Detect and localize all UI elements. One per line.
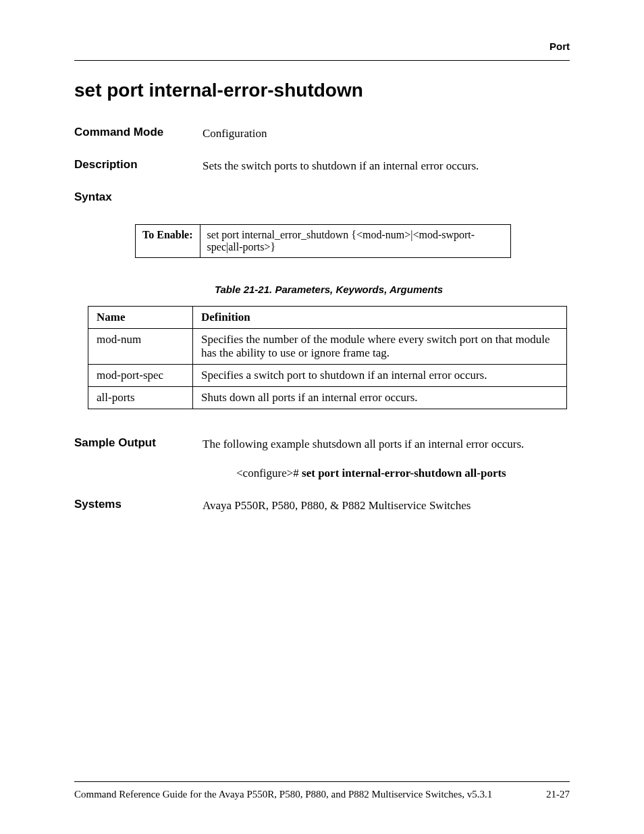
command-mode-label: Command Mode	[74, 126, 203, 139]
sample-prompt: <configure>#	[236, 467, 302, 479]
table-row: all-ports Shuts down all ports if an int…	[88, 386, 567, 409]
sample-command-bold: set port internal-error-shutdown all-por…	[302, 467, 506, 479]
syntax-table: To Enable: set port internal_error_shutd…	[135, 224, 511, 258]
footer-right: 21-27	[546, 789, 570, 800]
sample-output-label: Sample Output	[74, 436, 203, 450]
page-title: set port internal-error-shutdown	[74, 80, 570, 101]
param-header-name: Name	[88, 306, 193, 328]
sample-output-content: The following example shutsdown all port…	[203, 436, 570, 482]
sample-command-line: <configure># set port internal-error-shu…	[236, 465, 570, 481]
command-mode-row: Command Mode Configuration	[74, 126, 570, 142]
footer-left: Command Reference Guide for the Avaya P5…	[74, 789, 492, 800]
systems-row: Systems Avaya P550R, P580, P880, & P882 …	[74, 498, 570, 514]
param-name: mod-num	[88, 328, 193, 364]
header-divider	[74, 60, 570, 61]
sample-output-row: Sample Output The following example shut…	[74, 436, 570, 482]
param-name: mod-port-spec	[88, 364, 193, 386]
table-row: mod-port-spec Specifies a switch port to…	[88, 364, 567, 386]
param-definition: Shuts down all ports if an internal erro…	[193, 386, 567, 409]
systems-label: Systems	[74, 498, 203, 511]
param-definition: Specifies the number of the module where…	[193, 328, 567, 364]
footer-row: Command Reference Guide for the Avaya P5…	[74, 789, 570, 800]
syntax-enable-command: set port internal_error_shutdown {<mod-n…	[200, 224, 510, 257]
param-header-definition: Definition	[193, 306, 567, 328]
command-mode-value: Configuration	[203, 126, 570, 142]
param-name: all-ports	[88, 386, 193, 409]
syntax-row-enable: To Enable: set port internal_error_shutd…	[136, 224, 511, 257]
page-footer: Command Reference Guide for the Avaya P5…	[74, 781, 570, 800]
syntax-enable-label: To Enable:	[136, 224, 200, 257]
header-section-label: Port	[74, 41, 570, 52]
table-row: mod-num Specifies the number of the modu…	[88, 328, 567, 364]
description-value: Sets the switch ports to shutdown if an …	[203, 158, 570, 174]
description-label: Description	[74, 158, 203, 172]
description-row: Description Sets the switch ports to shu…	[74, 158, 570, 174]
param-table-caption: Table 21-21. Parameters, Keywords, Argum…	[88, 284, 570, 295]
systems-value: Avaya P550R, P580, P880, & P882 Multiser…	[203, 498, 570, 514]
param-table: Name Definition mod-num Specifies the nu…	[88, 306, 567, 409]
syntax-label: Syntax	[74, 190, 570, 204]
param-definition: Specifies a switch port to shutdown if a…	[193, 364, 567, 386]
param-header-row: Name Definition	[88, 306, 567, 328]
sample-output-text: The following example shutsdown all port…	[203, 436, 570, 452]
footer-divider	[74, 781, 570, 782]
